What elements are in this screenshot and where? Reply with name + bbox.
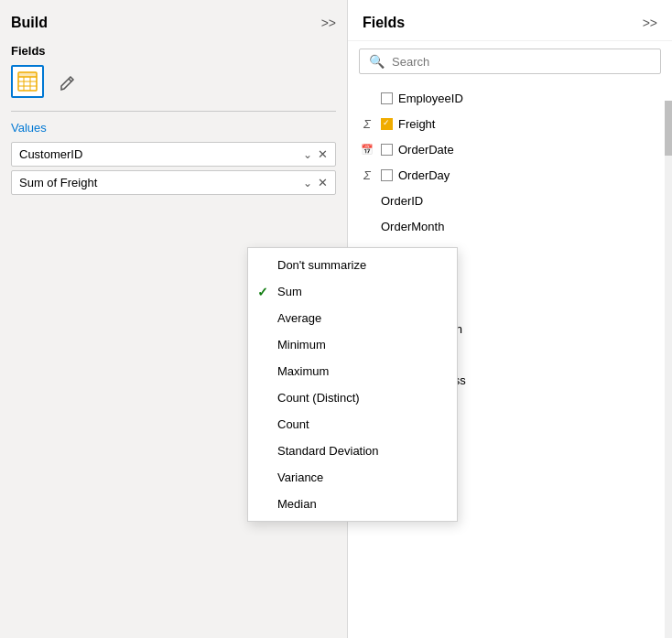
dropdown-item-average[interactable]: Average bbox=[248, 305, 457, 331]
search-box[interactable]: 🔍 bbox=[359, 49, 661, 74]
list-item[interactable]: Σ OrderDay bbox=[348, 162, 672, 188]
fields-section-label: Fields bbox=[11, 44, 336, 58]
dropdown-item-std-dev[interactable]: Standard Deviation bbox=[248, 438, 457, 464]
calendar-icon: 📅 bbox=[359, 141, 375, 157]
svg-line-7 bbox=[69, 79, 71, 81]
list-item[interactable]: Σ Freight bbox=[348, 111, 672, 136]
fields-panel-header: Fields >> bbox=[348, 0, 672, 41]
dropdown-item-label: Maximum bbox=[277, 364, 329, 378]
customer-id-field-row[interactable]: CustomerID ⌄ ✕ bbox=[11, 142, 336, 167]
checkmark-icon: ✓ bbox=[257, 285, 268, 299]
field-type-icon bbox=[359, 90, 375, 106]
fields-panel-title: Fields bbox=[363, 15, 405, 31]
field-checkbox[interactable] bbox=[381, 144, 393, 156]
field-label: Freight bbox=[398, 117, 435, 131]
dropdown-item-median[interactable]: Median bbox=[248, 491, 457, 517]
search-input[interactable] bbox=[392, 55, 651, 69]
dropdown-item-minimum[interactable]: Minimum bbox=[248, 331, 457, 358]
field-label: OrderDay bbox=[398, 168, 450, 182]
field-label: OrderMonth bbox=[381, 220, 444, 233]
customer-id-remove-icon[interactable]: ✕ bbox=[318, 147, 328, 161]
scrollbar-track[interactable] bbox=[665, 101, 672, 638]
table-view-button[interactable] bbox=[11, 65, 44, 98]
scrollbar-thumb[interactable] bbox=[665, 101, 672, 156]
dropdown-item-label: Standard Deviation bbox=[277, 444, 379, 458]
edit-icon bbox=[58, 71, 78, 92]
search-icon: 🔍 bbox=[369, 54, 385, 69]
dropdown-item-label: Variance bbox=[277, 470, 323, 484]
dropdown-item-maximum[interactable]: Maximum bbox=[248, 358, 457, 384]
dropdown-item-label: Median bbox=[277, 497, 317, 511]
edit-view-button[interactable] bbox=[51, 65, 84, 98]
field-label: OrderID bbox=[381, 194, 423, 208]
sum-of-freight-remove-icon[interactable]: ✕ bbox=[318, 176, 328, 189]
dropdown-item-dont-summarize[interactable]: Don't summarize bbox=[248, 252, 457, 278]
sum-of-freight-label: Sum of Freight bbox=[19, 176, 303, 189]
build-panel-header: Build >> bbox=[11, 15, 336, 31]
field-checkbox[interactable] bbox=[381, 169, 393, 181]
dropdown-item-label: Average bbox=[277, 311, 321, 325]
customer-id-label: CustomerID bbox=[19, 147, 303, 161]
build-title: Build bbox=[11, 15, 48, 31]
dropdown-item-count-distinct[interactable]: Count (Distinct) bbox=[248, 384, 457, 411]
dropdown-item-sum[interactable]: ✓ Sum bbox=[248, 278, 457, 305]
list-item[interactable]: OrderMonth bbox=[348, 213, 672, 239]
build-expand-icon[interactable]: >> bbox=[321, 16, 336, 30]
sigma-icon: Σ bbox=[359, 115, 375, 132]
dropdown-item-label: Minimum bbox=[277, 338, 326, 351]
dropdown-item-variance[interactable]: Variance bbox=[248, 464, 457, 491]
dropdown-item-label: Count bbox=[277, 417, 309, 431]
svg-rect-6 bbox=[18, 72, 37, 77]
customer-id-chevron-icon[interactable]: ⌄ bbox=[303, 148, 312, 161]
table-icon bbox=[17, 71, 38, 92]
field-checkbox[interactable] bbox=[381, 92, 393, 104]
field-label: EmployeeID bbox=[398, 92, 463, 105]
field-checkbox[interactable] bbox=[381, 118, 393, 130]
field-type-icon bbox=[359, 192, 375, 209]
dropdown-item-label: Sum bbox=[277, 285, 302, 298]
field-type-icon bbox=[359, 218, 375, 234]
sum-of-freight-chevron-icon[interactable]: ⌄ bbox=[303, 177, 312, 189]
sum-of-freight-field-row[interactable]: Sum of Freight ⌄ ✕ bbox=[11, 170, 336, 195]
customer-id-icons: ⌄ ✕ bbox=[303, 147, 328, 161]
sigma-icon: Σ bbox=[359, 167, 375, 183]
dropdown-item-label: Count (Distinct) bbox=[277, 391, 360, 405]
fields-expand-icon[interactable]: >> bbox=[643, 16, 657, 30]
build-panel: Build >> Fields Values Cus bbox=[0, 0, 348, 638]
divider bbox=[11, 111, 336, 112]
list-item[interactable]: OrderID bbox=[348, 188, 672, 213]
dropdown-item-label: Don't summarize bbox=[277, 258, 366, 272]
sum-of-freight-icons: ⌄ ✕ bbox=[303, 176, 328, 189]
list-item[interactable]: 📅 OrderDate bbox=[348, 136, 672, 162]
fields-icon-group bbox=[11, 65, 336, 98]
aggregation-dropdown: Don't summarize ✓ Sum Average Minimum Ma… bbox=[247, 247, 458, 522]
list-item[interactable]: EmployeeID bbox=[348, 85, 672, 111]
values-label: Values bbox=[11, 121, 336, 135]
field-label: OrderDate bbox=[398, 143, 454, 157]
dropdown-item-count[interactable]: Count bbox=[248, 411, 457, 438]
